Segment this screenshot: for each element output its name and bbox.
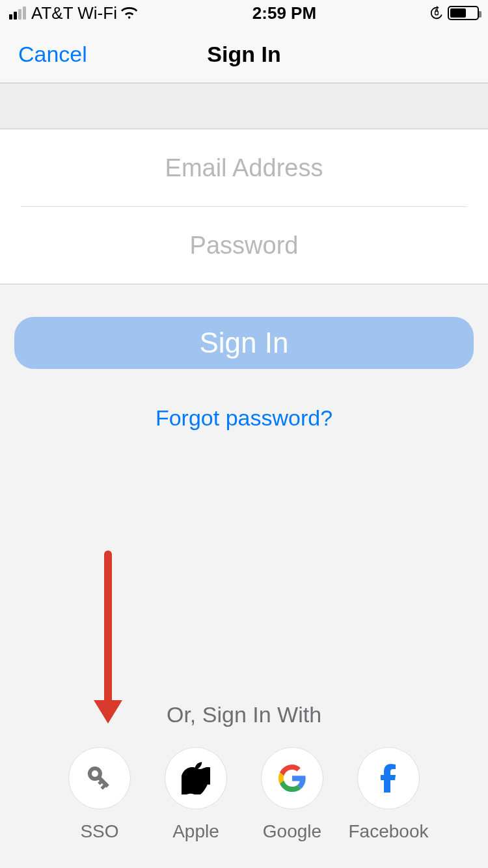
provider-sso[interactable]: SSO	[67, 747, 132, 842]
provider-facebook[interactable]: Facebook	[356, 747, 421, 842]
facebook-icon	[374, 764, 403, 793]
battery-icon	[448, 6, 479, 20]
password-field[interactable]	[21, 207, 467, 284]
provider-label: SSO	[80, 821, 118, 842]
provider-label: Facebook	[349, 821, 429, 842]
provider-google[interactable]: Google	[260, 747, 325, 842]
wifi-icon	[121, 7, 139, 20]
alt-signin-title: Or, Sign In With	[0, 702, 488, 727]
provider-label: Apple	[172, 821, 219, 842]
cancel-button[interactable]: Cancel	[18, 42, 87, 67]
email-field[interactable]	[21, 129, 467, 206]
facebook-circle	[357, 747, 420, 809]
orientation-lock-icon	[429, 6, 444, 20]
apple-circle	[165, 747, 227, 809]
sso-circle	[68, 747, 131, 809]
alt-signin-section: Or, Sign In With SSO	[0, 702, 488, 842]
signin-form	[0, 129, 488, 284]
page-title: Sign In	[207, 42, 280, 67]
nav-bar: Cancel Sign In	[0, 26, 488, 83]
google-icon	[278, 764, 306, 793]
provider-apple[interactable]: Apple	[163, 747, 228, 842]
provider-row: SSO Apple Google	[0, 747, 488, 842]
clock: 2:59 PM	[252, 3, 316, 23]
forgot-password-link[interactable]: Forgot password?	[14, 405, 474, 431]
spacer	[0, 83, 488, 129]
cellular-signal-icon	[9, 7, 26, 20]
status-right	[429, 6, 479, 20]
signin-button[interactable]: Sign In	[14, 317, 474, 369]
google-circle	[261, 747, 323, 809]
status-left: AT&T Wi-Fi	[9, 3, 139, 23]
carrier-label: AT&T Wi-Fi	[31, 3, 117, 23]
annotation-arrow	[94, 550, 122, 724]
svg-rect-0	[435, 11, 439, 15]
provider-label: Google	[263, 821, 321, 842]
apple-icon	[182, 762, 210, 794]
status-bar: AT&T Wi-Fi 2:59 PM	[0, 0, 488, 26]
key-icon	[83, 762, 116, 794]
